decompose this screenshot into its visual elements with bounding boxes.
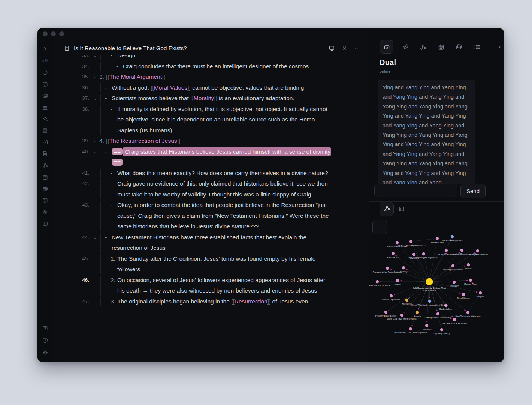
code-percent-icon[interactable]: <% <box>42 57 49 64</box>
graph-node[interactable] <box>400 314 403 316</box>
graph-canvas[interactable]: Is It Reasonable to Believe ThatGod Exis… <box>369 232 504 344</box>
cards-icon[interactable] <box>42 92 49 99</box>
graph-node[interactable] <box>453 280 456 284</box>
window-controls[interactable] <box>43 32 64 36</box>
collapse-chevron-icon[interactable]: ⌄ <box>92 72 99 82</box>
editor-line[interactable]: 34.-Craig concludes that there must be a… <box>53 61 369 72</box>
editor-line[interactable]: 40.⌄-== Craig states that Historians bel… <box>53 147 369 168</box>
graph-node[interactable] <box>440 328 443 331</box>
more-horizontal-icon[interactable] <box>353 44 361 52</box>
editor-line[interactable]: 46.2.On occasion, several of Jesus' foll… <box>53 275 369 296</box>
editor-line[interactable]: 42.-Craig gave no evidence of this, only… <box>53 178 369 200</box>
mic-icon[interactable] <box>42 208 49 216</box>
collapse-chevron-icon[interactable]: ⌄ <box>92 147 99 158</box>
history-icon[interactable] <box>42 69 49 76</box>
graph-node[interactable] <box>462 293 465 296</box>
chat-input[interactable] <box>374 184 457 197</box>
box-dot-icon[interactable] <box>42 80 49 88</box>
wiki-link[interactable]: Moral Values <box>154 84 187 91</box>
graph-icon[interactable] <box>417 40 429 53</box>
graph-node[interactable] <box>384 310 387 314</box>
graph-node[interactable] <box>445 249 448 252</box>
collapse-panel-chevron-icon[interactable]: › <box>499 43 501 50</box>
graph-node[interactable] <box>479 291 482 294</box>
graph-node[interactable] <box>409 327 412 330</box>
zoom-window-button[interactable] <box>59 32 64 36</box>
graph-node[interactable] <box>386 267 389 270</box>
images-icon[interactable] <box>453 40 465 53</box>
editor-line[interactable]: 38.-If morality is defined by evolution,… <box>53 104 369 136</box>
graph-node[interactable] <box>405 298 408 302</box>
graph-node[interactable] <box>467 263 470 266</box>
graph-node[interactable] <box>425 324 428 327</box>
editor-line[interactable]: 33.⌄-Design <box>53 56 369 61</box>
editor-line[interactable]: 43.-Okay, in order to combat the idea th… <box>53 200 369 232</box>
graph-node[interactable] <box>422 252 425 255</box>
wiki-link[interactable]: The Moral Argument <box>109 74 162 80</box>
help-icon[interactable]: ? <box>42 336 49 344</box>
editor-line[interactable]: 37.⌄-Scientists moreso believe that [[Mo… <box>53 93 369 104</box>
collapse-chevron-icon[interactable]: ⌄ <box>92 232 99 243</box>
calendar-check-icon[interactable] <box>42 173 49 181</box>
monitor-icon[interactable] <box>328 44 335 52</box>
graph-node[interactable] <box>412 253 415 256</box>
graph-node[interactable] <box>376 280 379 283</box>
graph-node[interactable] <box>466 311 469 314</box>
graph-node[interactable] <box>392 252 395 255</box>
editor-scroll-area[interactable]: 33.⌄-Design34.-Craig concludes that ther… <box>53 56 369 362</box>
bucket-icon[interactable] <box>42 115 49 123</box>
collapse-chevron-icon[interactable]: ⌄ <box>92 136 99 147</box>
graph-node[interactable] <box>396 279 399 282</box>
file-search-icon[interactable] <box>42 150 49 158</box>
chevron-right-icon[interactable] <box>42 45 49 53</box>
close-icon[interactable] <box>341 44 348 52</box>
import-icon[interactable] <box>42 138 49 146</box>
link-bracket: ]] <box>177 138 181 144</box>
line-number: 41. <box>53 168 92 179</box>
graph-node[interactable] <box>390 294 393 297</box>
vault-icon[interactable] <box>42 324 49 332</box>
graph-node[interactable] <box>476 249 479 252</box>
tab-graph-view[interactable] <box>380 202 394 216</box>
projector-icon[interactable] <box>42 185 49 192</box>
editor-line[interactable]: 39.⌄4.[[The Resurrection of Jesus]] <box>53 136 369 147</box>
list-icon[interactable] <box>471 40 483 53</box>
tab-table-view[interactable] <box>398 206 405 212</box>
editor-line[interactable]: 35.⌄3.[[The Moral Argument]] <box>53 72 369 82</box>
graph-icon[interactable] <box>42 162 49 169</box>
collapse-chevron-icon[interactable]: ⌄ <box>92 56 99 61</box>
gear-icon[interactable] <box>42 348 49 356</box>
graph-node[interactable] <box>436 312 439 315</box>
wiki-link[interactable]: The Resurrection of Jesus <box>109 138 177 144</box>
graph-node[interactable] <box>453 318 456 321</box>
dictionary-icon[interactable]: ABC <box>42 127 49 134</box>
close-window-button[interactable] <box>43 32 48 36</box>
calendar-icon[interactable] <box>435 40 447 53</box>
paperclip-icon[interactable] <box>399 40 411 53</box>
graph-node[interactable] <box>428 300 431 303</box>
graph-node[interactable] <box>451 264 454 267</box>
graph-node[interactable] <box>451 235 454 238</box>
chat-message[interactable]: Ying and Yang Ying and Yang Ying and Yan… <box>378 80 475 184</box>
wiki-link[interactable]: Resurrection <box>235 298 267 304</box>
send-button[interactable]: Send <box>460 184 486 198</box>
graph-node[interactable] <box>409 240 412 243</box>
editor-line[interactable]: 47.3.The original disciples began believ… <box>53 296 369 307</box>
minimize-window-button[interactable] <box>51 32 56 36</box>
editor-line[interactable]: 45.1.The Sunday after the Crucifixion, J… <box>53 254 369 275</box>
editor-line[interactable]: 36.-Without a god, [[Moral Values]] cann… <box>53 82 369 93</box>
graph-node[interactable] <box>436 237 439 240</box>
dice-icon[interactable] <box>42 196 49 204</box>
collapse-chevron-icon[interactable]: ⌄ <box>92 93 99 104</box>
graph-node[interactable] <box>460 249 463 252</box>
graph-node[interactable] <box>402 266 405 269</box>
wiki-link[interactable]: Morality <box>194 95 214 101</box>
graph-node-center[interactable] <box>426 278 433 285</box>
editor-line[interactable]: 41.-What does this mean exactly? How doe… <box>53 168 369 179</box>
layout-icon[interactable] <box>42 220 49 227</box>
robot-icon[interactable] <box>380 40 393 54</box>
editor-line[interactable]: 44.⌄-New Testament Historians have three… <box>53 232 369 254</box>
graph-node[interactable] <box>469 279 472 282</box>
graph-node[interactable] <box>416 311 419 314</box>
printer-icon[interactable] <box>42 104 49 111</box>
